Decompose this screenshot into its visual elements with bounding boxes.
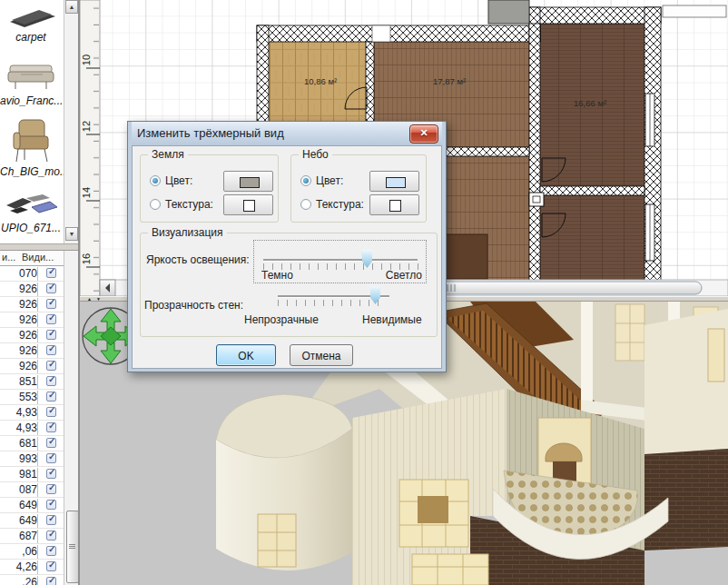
table-row[interactable]: ,26 <box>0 575 64 585</box>
table-row[interactable]: 649 <box>0 513 64 529</box>
visible-checkbox[interactable] <box>46 500 56 510</box>
visible-checkbox[interactable] <box>46 577 56 585</box>
catalog-list[interactable]: carpet avio_Franc... <box>0 0 64 243</box>
ruler-label: 14 <box>81 187 92 198</box>
row-value: 4,93 <box>0 421 38 435</box>
table-row[interactable]: 553 <box>0 390 64 405</box>
table-row[interactable]: 926 <box>0 359 64 374</box>
table-row[interactable]: 926 <box>0 328 64 343</box>
table-row[interactable]: ,06 <box>0 544 64 560</box>
ground-color-radio[interactable] <box>150 175 161 186</box>
visible-checkbox[interactable] <box>46 469 56 479</box>
ground-color-button[interactable] <box>223 171 273 192</box>
visible-checkbox[interactable] <box>46 330 56 340</box>
ok-button[interactable]: OK <box>216 344 276 366</box>
sky-color-label[interactable]: Цвет: <box>316 174 343 187</box>
visible-checkbox[interactable] <box>46 407 56 417</box>
sky-color-button[interactable] <box>369 171 419 192</box>
ground-color-label[interactable]: Цвет: <box>165 174 192 187</box>
visible-checkbox[interactable] <box>46 438 56 448</box>
visible-checkbox[interactable] <box>46 268 56 278</box>
table-row[interactable]: 681 <box>0 436 64 451</box>
catalog-item-glasses[interactable]: UPIO_671... <box>0 185 62 234</box>
column-header-visible[interactable]: Види... <box>22 252 54 263</box>
row-value: 087 <box>0 483 38 497</box>
visible-checkbox[interactable] <box>46 345 56 355</box>
table-scrollbar-thumb[interactable] <box>66 511 79 583</box>
visible-checkbox[interactable] <box>46 453 56 463</box>
column-header-name[interactable]: и... <box>2 252 15 263</box>
ruler-label: 16 <box>81 253 92 264</box>
sky-texture-label[interactable]: Текстура: <box>316 198 364 211</box>
ground-texture-button[interactable] <box>223 194 273 215</box>
scroll-up-icon[interactable]: ▲ <box>65 0 78 14</box>
visible-checkbox[interactable] <box>46 546 56 556</box>
dialog-title-bar[interactable]: Изменить трёхмерный вид <box>132 122 442 145</box>
ground-texture-label[interactable]: Текстура: <box>165 198 213 211</box>
row-value: 553 <box>0 391 38 404</box>
row-value: 926 <box>0 360 38 373</box>
brightness-slider-track[interactable] <box>263 259 418 262</box>
scroll-down-icon[interactable]: ▼ <box>65 227 78 241</box>
close-icon[interactable] <box>409 124 438 144</box>
plan-outside-wall[interactable] <box>663 5 726 17</box>
table-row[interactable]: 070 <box>0 266 64 282</box>
visible-checkbox[interactable] <box>46 376 56 386</box>
table-row[interactable]: 981 <box>0 467 64 482</box>
sky-texture-button[interactable] <box>369 194 419 215</box>
plan-gray-structure[interactable] <box>488 0 529 24</box>
table-row[interactable]: 926 <box>0 282 64 297</box>
sky-texture-radio[interactable] <box>300 199 311 210</box>
furniture-table[interactable]: и... Види... 070 926 926 <box>0 251 64 585</box>
sky-color-radio[interactable] <box>300 175 311 186</box>
brightness-label: Яркость освещения: <box>146 253 250 266</box>
visible-checkbox[interactable] <box>46 361 56 371</box>
sky-group-label: Небо <box>299 148 332 161</box>
visible-checkbox[interactable] <box>46 515 56 525</box>
visible-checkbox[interactable] <box>46 422 56 432</box>
door-opening-top[interactable] <box>372 25 390 42</box>
visible-checkbox[interactable] <box>46 283 56 293</box>
catalog-table-splitter[interactable] <box>0 243 78 251</box>
wall-interior-2[interactable] <box>529 24 540 282</box>
glasses-thumbnail-icon <box>3 185 59 222</box>
walls-min-label: Непрозрачные <box>244 313 319 326</box>
table-scrollbar[interactable] <box>64 251 79 585</box>
plan-furniture-wardrobe[interactable] <box>445 234 487 279</box>
catalog-scrollbar[interactable]: ▲ ▼ <box>64 0 79 243</box>
visualization-group-label: Визуализация <box>148 226 227 239</box>
table-row[interactable]: 993 <box>0 451 64 467</box>
table-row[interactable]: 4,93 <box>0 421 64 436</box>
wall-top-left[interactable] <box>257 25 540 42</box>
visible-checkbox[interactable] <box>46 530 56 540</box>
visible-checkbox[interactable] <box>46 561 56 571</box>
table-row[interactable]: 087 <box>0 482 64 498</box>
table-row[interactable]: 687 <box>0 529 64 544</box>
visible-checkbox[interactable] <box>46 392 56 402</box>
wall-top-right[interactable] <box>529 7 661 24</box>
table-row[interactable]: 649 <box>0 498 64 513</box>
catalog-item-armchair[interactable]: Ch_BIG_mo... <box>0 114 62 178</box>
ruler-label: 12 <box>81 121 92 132</box>
turret <box>216 394 352 570</box>
room-floor-dark-wood-2[interactable] <box>540 195 644 282</box>
sky-color-swatch <box>386 177 406 188</box>
visible-checkbox[interactable] <box>46 484 56 494</box>
table-row[interactable]: 851 <box>0 374 64 390</box>
cancel-button[interactable]: Отмена <box>290 344 353 366</box>
table-row[interactable]: 926 <box>0 343 64 359</box>
splitter-up-icon[interactable]: ▲ <box>87 297 92 301</box>
wall-interior-4[interactable] <box>540 186 644 195</box>
catalog-item-carpet[interactable]: carpet <box>0 0 62 44</box>
visible-checkbox[interactable] <box>46 299 56 309</box>
table-row[interactable]: 4,26 <box>0 560 64 575</box>
brightness-slider[interactable]: Темно Светло <box>253 240 427 283</box>
ground-texture-radio[interactable] <box>150 199 161 210</box>
splitter-down-icon[interactable]: ▼ <box>96 297 101 301</box>
visible-checkbox[interactable] <box>46 314 56 324</box>
catalog-item-sofa[interactable]: avio_Franc... <box>0 53 62 107</box>
table-row[interactable]: 4,93 <box>0 405 64 421</box>
table-row[interactable]: 926 <box>0 297 64 312</box>
table-row[interactable]: 926 <box>0 312 64 328</box>
furniture-table-header[interactable]: и... Види... <box>0 251 64 266</box>
